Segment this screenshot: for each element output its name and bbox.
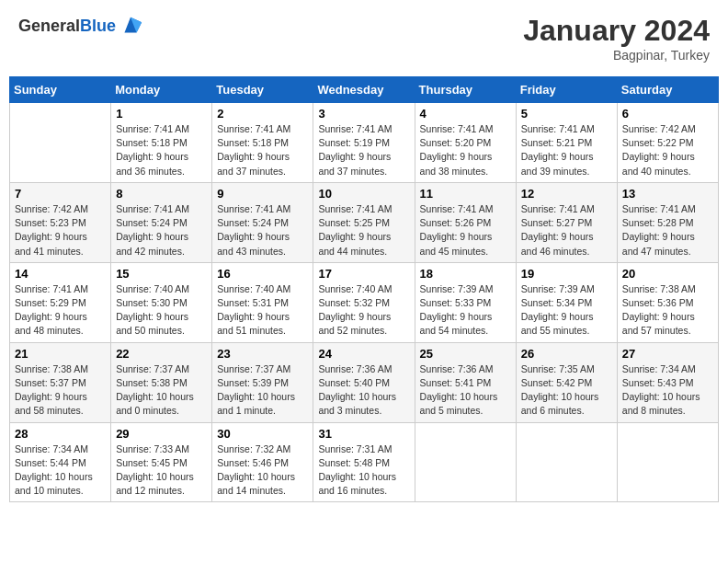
day-number: 19 [521,267,612,281]
calendar-cell: 17Sunrise: 7:40 AMSunset: 5:32 PMDayligh… [313,262,415,342]
day-info: Sunrise: 7:41 AMSunset: 5:20 PMDaylight:… [420,122,511,178]
weekday-header: Tuesday [212,77,313,103]
calendar-cell: 28Sunrise: 7:34 AMSunset: 5:44 PMDayligh… [10,422,111,502]
calendar-cell: 30Sunrise: 7:32 AMSunset: 5:46 PMDayligh… [212,422,313,502]
day-info: Sunrise: 7:41 AMSunset: 5:18 PMDaylight:… [217,122,308,178]
day-info: Sunrise: 7:32 AMSunset: 5:46 PMDaylight:… [217,442,308,499]
calendar-week-row: 14Sunrise: 7:41 AMSunset: 5:29 PMDayligh… [10,262,719,342]
day-number: 22 [116,347,207,361]
calendar-cell: 18Sunrise: 7:39 AMSunset: 5:33 PMDayligh… [415,262,516,342]
day-info: Sunrise: 7:33 AMSunset: 5:45 PMDaylight:… [116,442,207,499]
day-number: 21 [15,347,106,361]
day-info: Sunrise: 7:39 AMSunset: 5:34 PMDaylight:… [521,282,612,339]
calendar-week-row: 21Sunrise: 7:38 AMSunset: 5:37 PMDayligh… [10,342,719,422]
day-info: Sunrise: 7:37 AMSunset: 5:38 PMDaylight:… [116,362,207,419]
day-info: Sunrise: 7:41 AMSunset: 5:18 PMDaylight:… [116,122,207,178]
day-number: 14 [15,267,106,281]
calendar-week-row: 7Sunrise: 7:42 AMSunset: 5:23 PMDaylight… [10,182,719,262]
calendar-cell: 15Sunrise: 7:40 AMSunset: 5:30 PMDayligh… [111,262,212,342]
calendar-cell: 21Sunrise: 7:38 AMSunset: 5:37 PMDayligh… [10,342,111,422]
day-number: 23 [217,347,308,361]
calendar-cell: 16Sunrise: 7:40 AMSunset: 5:31 PMDayligh… [212,262,313,342]
day-number: 25 [420,347,511,361]
calendar-cell: 2Sunrise: 7:41 AMSunset: 5:18 PMDaylight… [212,103,313,183]
calendar-cell: 31Sunrise: 7:31 AMSunset: 5:48 PMDayligh… [313,422,415,502]
day-info: Sunrise: 7:41 AMSunset: 5:21 PMDaylight:… [521,122,612,178]
header: GeneralBlue January 2024 Bagpinar, Turke… [9,9,719,67]
day-number: 8 [116,187,207,201]
calendar-cell [10,103,111,183]
calendar-cell: 13Sunrise: 7:41 AMSunset: 5:28 PMDayligh… [617,182,718,262]
day-info: Sunrise: 7:34 AMSunset: 5:44 PMDaylight:… [15,442,106,499]
month-title: January 2024 [523,14,710,48]
day-number: 5 [521,107,612,121]
day-number: 9 [217,187,308,201]
day-number: 11 [420,187,511,201]
day-info: Sunrise: 7:31 AMSunset: 5:48 PMDaylight:… [318,442,409,499]
calendar-week-row: 1Sunrise: 7:41 AMSunset: 5:18 PMDaylight… [10,103,719,183]
calendar-cell: 4Sunrise: 7:41 AMSunset: 5:20 PMDaylight… [415,103,516,183]
day-info: Sunrise: 7:39 AMSunset: 5:33 PMDaylight:… [420,282,511,339]
weekday-header-row: SundayMondayTuesdayWednesdayThursdayFrid… [10,77,719,103]
calendar-cell: 14Sunrise: 7:41 AMSunset: 5:29 PMDayligh… [10,262,111,342]
calendar-cell: 29Sunrise: 7:33 AMSunset: 5:45 PMDayligh… [111,422,212,502]
day-info: Sunrise: 7:35 AMSunset: 5:42 PMDaylight:… [521,362,612,419]
day-info: Sunrise: 7:41 AMSunset: 5:27 PMDaylight:… [521,202,612,259]
day-info: Sunrise: 7:40 AMSunset: 5:32 PMDaylight:… [318,282,409,339]
day-number: 26 [521,347,612,361]
day-info: Sunrise: 7:40 AMSunset: 5:31 PMDaylight:… [217,282,308,339]
day-number: 15 [116,267,207,281]
day-info: Sunrise: 7:36 AMSunset: 5:40 PMDaylight:… [318,362,409,419]
calendar-cell: 8Sunrise: 7:41 AMSunset: 5:24 PMDaylight… [111,182,212,262]
calendar-cell: 12Sunrise: 7:41 AMSunset: 5:27 PMDayligh… [516,182,617,262]
day-info: Sunrise: 7:41 AMSunset: 5:24 PMDaylight:… [217,202,308,259]
day-number: 30 [217,427,308,441]
calendar-cell [415,422,516,502]
calendar-cell: 9Sunrise: 7:41 AMSunset: 5:24 PMDaylight… [212,182,313,262]
calendar-cell: 20Sunrise: 7:38 AMSunset: 5:36 PMDayligh… [617,262,718,342]
day-info: Sunrise: 7:36 AMSunset: 5:41 PMDaylight:… [420,362,511,419]
day-info: Sunrise: 7:42 AMSunset: 5:22 PMDaylight:… [622,122,713,178]
calendar-cell: 26Sunrise: 7:35 AMSunset: 5:42 PMDayligh… [516,342,617,422]
day-info: Sunrise: 7:42 AMSunset: 5:23 PMDaylight:… [15,202,106,259]
logo: GeneralBlue [18,14,143,40]
calendar-cell: 23Sunrise: 7:37 AMSunset: 5:39 PMDayligh… [212,342,313,422]
weekday-header: Saturday [617,77,718,103]
calendar-cell: 22Sunrise: 7:37 AMSunset: 5:38 PMDayligh… [111,342,212,422]
calendar-cell [516,422,617,502]
day-info: Sunrise: 7:37 AMSunset: 5:39 PMDaylight:… [217,362,308,419]
day-number: 31 [318,427,409,441]
day-number: 1 [116,107,207,121]
day-info: Sunrise: 7:38 AMSunset: 5:36 PMDaylight:… [622,282,713,339]
day-number: 13 [622,187,713,201]
day-number: 3 [318,107,409,121]
day-number: 12 [521,187,612,201]
day-info: Sunrise: 7:41 AMSunset: 5:24 PMDaylight:… [116,202,207,259]
logo-text: GeneralBlue [18,17,116,36]
location-title: Bagpinar, Turkey [523,48,710,63]
day-info: Sunrise: 7:41 AMSunset: 5:26 PMDaylight:… [420,202,511,259]
calendar-cell: 3Sunrise: 7:41 AMSunset: 5:19 PMDaylight… [313,103,415,183]
calendar-cell: 24Sunrise: 7:36 AMSunset: 5:40 PMDayligh… [313,342,415,422]
day-info: Sunrise: 7:41 AMSunset: 5:19 PMDaylight:… [318,122,409,178]
weekday-header: Monday [111,77,212,103]
day-number: 27 [622,347,713,361]
day-number: 20 [622,267,713,281]
calendar-cell [617,422,718,502]
logo-icon [118,14,143,40]
day-number: 29 [116,427,207,441]
calendar-table: SundayMondayTuesdayWednesdayThursdayFrid… [9,76,719,502]
day-info: Sunrise: 7:38 AMSunset: 5:37 PMDaylight:… [15,362,106,419]
day-number: 24 [318,347,409,361]
weekday-header: Sunday [10,77,111,103]
calendar-week-row: 28Sunrise: 7:34 AMSunset: 5:44 PMDayligh… [10,422,719,502]
day-number: 10 [318,187,409,201]
day-number: 28 [15,427,106,441]
day-info: Sunrise: 7:41 AMSunset: 5:29 PMDaylight:… [15,282,106,339]
weekday-header: Wednesday [313,77,415,103]
day-info: Sunrise: 7:34 AMSunset: 5:43 PMDaylight:… [622,362,713,419]
calendar-cell: 7Sunrise: 7:42 AMSunset: 5:23 PMDaylight… [10,182,111,262]
day-number: 16 [217,267,308,281]
day-number: 17 [318,267,409,281]
title-block: January 2024 Bagpinar, Turkey [523,14,710,63]
